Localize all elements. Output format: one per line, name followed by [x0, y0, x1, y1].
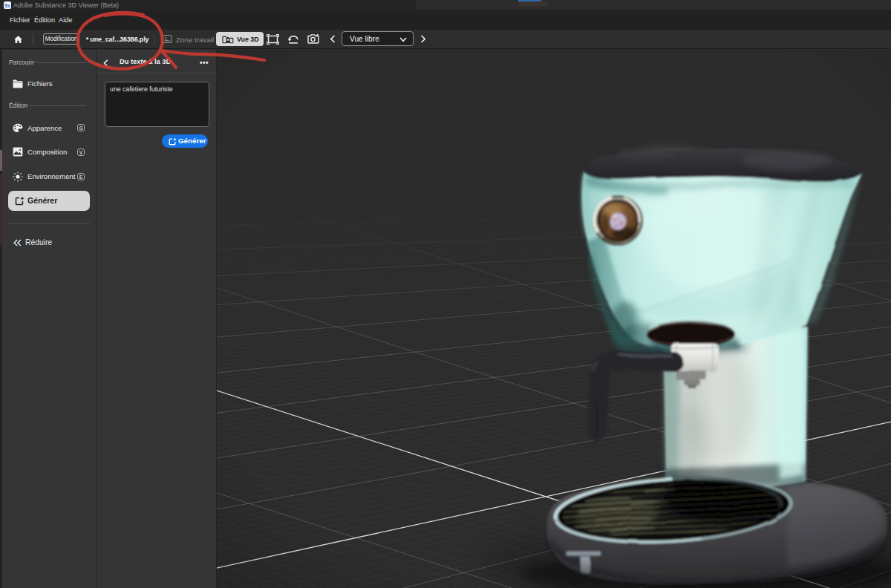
svg-text:Sv: Sv	[4, 3, 10, 8]
